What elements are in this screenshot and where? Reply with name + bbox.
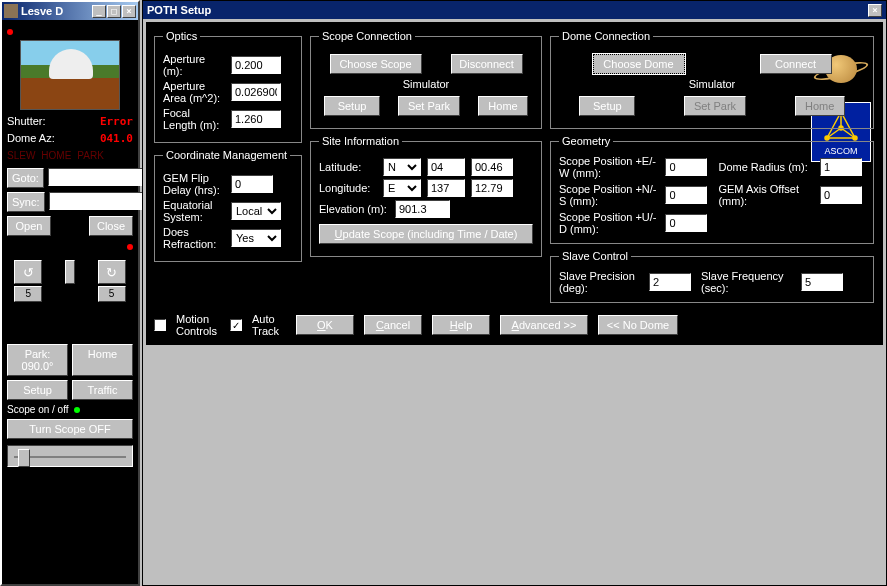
aperture-area-label: Aperture Area (m^2):	[163, 80, 225, 104]
open-button[interactable]: Open	[7, 216, 51, 236]
aperture-input[interactable]	[231, 56, 281, 74]
aperture-area-input[interactable]	[231, 83, 281, 101]
turn-scope-off-button[interactable]: Turn Scope OFF	[7, 419, 133, 439]
dome-home-button[interactable]: Home	[795, 96, 845, 116]
scope-setpark-button[interactable]: Set Park	[398, 96, 460, 116]
lesve-title: Lesve D	[21, 5, 63, 17]
scope-home-button[interactable]: Home	[478, 96, 528, 116]
update-scope-button[interactable]: UUpdate Scope (including Time / Date)pda…	[319, 224, 533, 244]
shutter-value: Error	[100, 115, 133, 128]
coord-mgmt-group: Coordinate Management GEM Flip Delay (hr…	[154, 149, 302, 262]
cancel-button[interactable]: Cancel	[364, 315, 422, 335]
scope-ud-input[interactable]	[665, 214, 707, 232]
latitude-min-input[interactable]	[471, 158, 513, 176]
advanced-button[interactable]: Advanced >>	[500, 315, 588, 335]
traffic-button[interactable]: Traffic	[72, 380, 133, 400]
app-icon	[4, 4, 18, 18]
dome-az-label: Dome Az:	[7, 132, 55, 145]
elevation-input[interactable]	[395, 200, 450, 218]
ok-button[interactable]: OK	[296, 315, 354, 335]
rotate-cw-button[interactable]: ↻	[98, 260, 126, 284]
refraction-select[interactable]: Yes	[231, 229, 281, 247]
lesve-titlebar[interactable]: Lesve D _ □ ×	[2, 2, 138, 20]
dome-az-value: 041.0	[100, 132, 133, 145]
gem-flip-input[interactable]	[231, 175, 273, 193]
scope-on-off-label: Scope on / off	[7, 404, 69, 415]
goto-button[interactable]: Goto:	[7, 168, 44, 188]
focal-length-input[interactable]	[231, 110, 281, 128]
dome-setpark-button[interactable]: Set Park	[684, 96, 746, 116]
latitude-deg-input[interactable]	[427, 158, 465, 176]
home-button[interactable]: Home	[72, 344, 133, 376]
latitude-dir-select[interactable]: N	[383, 158, 421, 176]
scope-connection-group: Scope Connection Choose Scope Disconnect…	[310, 30, 542, 129]
poth-setup-window: POTH Setup × ASCOM Optics Aperture (m): …	[142, 0, 887, 586]
stop-button[interactable]	[65, 260, 75, 284]
elevation-label: Elevation (m):	[319, 203, 389, 215]
mode-indicators: SLEWHOMEPARK	[7, 147, 133, 164]
scope-status-dot	[74, 407, 80, 413]
motion-controls-label: Motion Controls	[176, 313, 220, 337]
dome-connection-group: Dome Connection Choose Dome Connect Simu…	[550, 30, 874, 129]
setup-button[interactable]: Setup	[7, 380, 68, 400]
dome-radius-label: Dome Radius (m):	[718, 161, 812, 173]
scope-ew-input[interactable]	[665, 158, 707, 176]
aperture-label: Aperture (m):	[163, 53, 225, 77]
rotate-cw-value[interactable]: 5	[98, 286, 126, 302]
longitude-deg-input[interactable]	[427, 179, 465, 197]
slave-frequency-label: Slave Frequency (sec):	[701, 270, 791, 294]
rotate-ccw-button[interactable]: ↺	[14, 260, 42, 284]
scope-setup-button[interactable]: Setup	[324, 96, 380, 116]
slave-frequency-input[interactable]	[801, 273, 843, 291]
optics-group: Optics Aperture (m): Aperture Area (m^2)…	[154, 30, 302, 143]
dome-setup-button[interactable]: Setup	[579, 96, 635, 116]
scope-ns-label: Scope Position +N/-S (mm):	[559, 183, 657, 207]
auto-track-checkbox[interactable]	[230, 319, 242, 331]
rotate-ccw-value[interactable]: 5	[14, 286, 42, 302]
help-button[interactable]: Help	[432, 315, 490, 335]
poth-close-button[interactable]: ×	[868, 4, 882, 17]
bottom-bar: Motion Controls Auto Track OK Cancel Hel…	[154, 311, 887, 337]
auto-track-label: Auto Track	[252, 313, 286, 337]
longitude-min-input[interactable]	[471, 179, 513, 197]
park-button[interactable]: Park: 090.0°	[7, 344, 68, 376]
speed-slider[interactable]	[7, 445, 133, 467]
close-shutter-button[interactable]: Close	[89, 216, 133, 236]
maximize-button[interactable]: □	[107, 5, 121, 18]
eq-system-select[interactable]: Local	[231, 202, 281, 220]
close-button[interactable]: ×	[122, 5, 136, 18]
disconnect-scope-button[interactable]: Disconnect	[451, 54, 523, 74]
sync-button[interactable]: Sync:	[7, 192, 45, 212]
no-dome-button[interactable]: << No Dome	[598, 315, 678, 335]
latitude-label: Latitude:	[319, 161, 377, 173]
scope-ew-label: Scope Position +E/-W (mm):	[559, 155, 657, 179]
dome-radius-input[interactable]	[820, 158, 862, 176]
gem-axis-label: GEM Axis Offset (mm):	[718, 183, 812, 207]
slave-precision-input[interactable]	[649, 273, 691, 291]
eq-system-label: Equatorial System:	[163, 199, 225, 223]
longitude-dir-select[interactable]: E	[383, 179, 421, 197]
slave-precision-label: Slave Precision (deg):	[559, 270, 639, 294]
dome-image	[20, 40, 120, 110]
motion-controls-checkbox[interactable]	[154, 319, 166, 331]
settings-panel: ASCOM Optics Aperture (m): Aperture Area…	[146, 22, 883, 345]
gem-flip-label: GEM Flip Delay (hrs):	[163, 172, 225, 196]
lesve-dome-window: Lesve D _ □ × Shutter: Error Dome Az: 04…	[0, 0, 140, 586]
poth-title: POTH Setup	[147, 4, 211, 16]
dome-simulator-label: Simulator	[559, 78, 865, 90]
focal-length-label: Focal Length (m):	[163, 107, 225, 131]
minimize-button[interactable]: _	[92, 5, 106, 18]
scope-ud-label: Scope Position +U/-D (mm):	[559, 211, 657, 235]
choose-scope-button[interactable]: Choose Scope	[330, 54, 422, 74]
scope-ns-input[interactable]	[665, 186, 707, 204]
status-dot-red-2	[127, 244, 133, 250]
geometry-group: Geometry Scope Position +E/-W (mm): Dome…	[550, 135, 874, 244]
longitude-label: Longitude:	[319, 182, 377, 194]
refraction-label: Does Refraction:	[163, 226, 225, 250]
connect-dome-button[interactable]: Connect	[760, 54, 832, 74]
site-info-group: Site Information Latitude: N Longitude: …	[310, 135, 542, 257]
poth-titlebar[interactable]: POTH Setup ×	[143, 1, 886, 19]
gem-axis-input[interactable]	[820, 186, 862, 204]
shutter-label: Shutter:	[7, 115, 46, 128]
choose-dome-button[interactable]: Choose Dome	[593, 54, 685, 74]
